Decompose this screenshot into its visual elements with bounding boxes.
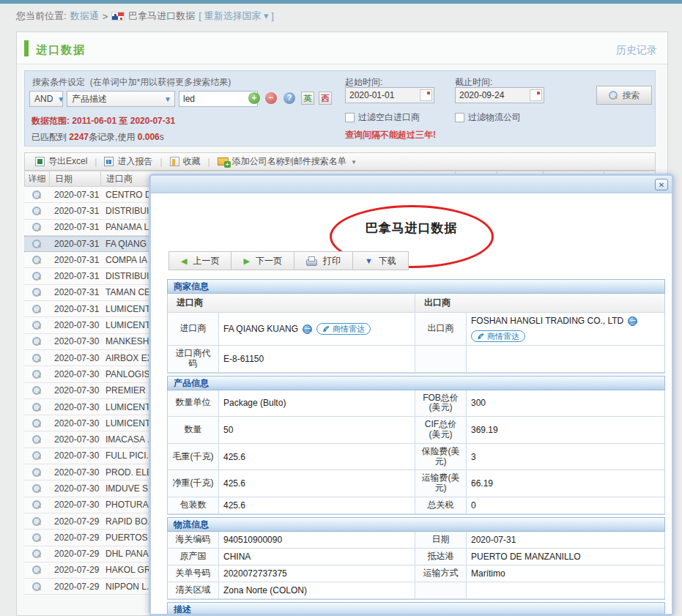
detail-magnifier-icon[interactable] [32, 484, 41, 493]
field-value: PUERTO DE MANZANILLO [467, 549, 664, 565]
history-link[interactable]: 历史记录 [616, 44, 657, 57]
boolean-operator-select[interactable]: AND▼ [29, 91, 63, 107]
download-button[interactable]: ▼ 下载 [353, 252, 408, 270]
detail-magnifier-icon[interactable] [32, 517, 41, 526]
export-excel-button[interactable]: 导出Excel [31, 155, 92, 168]
print-button[interactable]: 打印 [294, 252, 353, 270]
enter-report-button[interactable]: 进入报告 [100, 155, 157, 168]
filter-logistics-checkbox[interactable] [455, 113, 464, 122]
detail-magnifier-icon[interactable] [32, 337, 41, 346]
arrow-left-icon: ◀ [181, 256, 187, 266]
importer-value-cell: FA QIANG KUANG 商情雷达 [219, 313, 415, 346]
detail-magnifier-icon[interactable] [32, 549, 41, 558]
detail-magnifier-icon[interactable] [32, 190, 41, 199]
field-label: 原产国 [168, 549, 219, 565]
page-title: 进口数据 [36, 43, 86, 57]
field-value: 50 [219, 417, 415, 444]
field-value: 300 [467, 390, 664, 418]
detail-magnifier-icon[interactable] [32, 354, 41, 363]
field-value: 425.6 [219, 497, 415, 514]
exporter-name: FOSHAN HANGLI TRADING CO., LTD [471, 316, 623, 326]
importer-code-label: 进口商代码 [168, 346, 219, 373]
product-row: 包装数 425.6 总关税 0 [168, 497, 664, 514]
add-condition-button[interactable]: + [248, 92, 260, 104]
detail-magnifier-icon[interactable] [32, 419, 41, 428]
detail-magnifier-icon[interactable] [32, 565, 41, 574]
field-label: 抵达港 [415, 549, 467, 565]
prev-page-button[interactable]: ◀ 上一页 [169, 252, 231, 270]
breadcrumb-portal-link[interactable]: 数据通 [70, 10, 99, 23]
field-label: FOB总价(美元) [415, 390, 467, 418]
detail-magnifier-icon[interactable] [32, 272, 41, 281]
row-date: 2020-07-30 [49, 353, 100, 363]
lang-spanish-button[interactable]: 西 [319, 92, 332, 105]
detail-magnifier-icon[interactable] [32, 533, 41, 542]
globe-icon[interactable] [628, 316, 637, 326]
logistics-row: 海关编码 940510900090 日期 2020-07-31 [168, 532, 664, 549]
reselect-country-link[interactable]: [ 重新选择国家 ▾ ] [199, 10, 274, 23]
lang-english-button[interactable]: 英 [301, 92, 314, 105]
logistics-table: 海关编码 940510900090 日期 2020-07-31 原产国 CHIN… [167, 532, 665, 600]
add-mail-list-button[interactable]: 添加公司名称到邮件搜索名单 ▾ [213, 155, 360, 168]
detail-magnifier-icon[interactable] [32, 321, 41, 330]
logistics-row: 关单号码 2020072737375 运输方式 Marítimo [168, 565, 664, 582]
field-label: 运输费(美元) [415, 470, 467, 497]
excel-icon [35, 157, 45, 166]
field-value: 425.6 [219, 444, 415, 471]
next-page-button[interactable]: ▶ 下一页 [231, 252, 294, 270]
importer-name: FA QIANG KUANG [223, 324, 298, 334]
business-radar-badge[interactable]: 商情雷达 [471, 330, 525, 342]
detail-magnifier-icon[interactable] [32, 370, 41, 379]
field-label: 数量 [168, 417, 219, 444]
detail-magnifier-icon[interactable] [32, 223, 41, 231]
search-field-select[interactable]: 产品描述▼ [67, 91, 175, 107]
column-header-detail[interactable]: 详细 [25, 171, 50, 186]
search-button[interactable]: 搜索 [596, 86, 652, 105]
date-range-warning: 查询间隔不能超过三年! [345, 129, 436, 141]
row-date: 2020-07-30 [49, 418, 100, 428]
field-value: Package (Bulto) [219, 390, 415, 418]
section-merchant-header: 商家信息 [167, 279, 665, 294]
detail-magnifier-icon[interactable] [32, 288, 41, 297]
detail-magnifier-icon[interactable] [32, 207, 41, 215]
field-value: 369.19 [467, 417, 664, 444]
empty-cell [415, 346, 467, 373]
calendar-icon[interactable] [530, 89, 542, 101]
panama-flag-icon [111, 12, 125, 21]
keyword-input[interactable] [179, 91, 258, 107]
row-date: 2020-07-31 [49, 239, 100, 249]
help-button[interactable]: ? [283, 92, 295, 104]
row-date: 2020-07-30 [49, 402, 100, 412]
detail-magnifier-icon[interactable] [32, 582, 41, 591]
filter-blank-importer-checkbox[interactable] [345, 113, 355, 122]
close-icon[interactable]: ✕ [655, 179, 668, 190]
calendar-icon[interactable] [420, 89, 432, 101]
chevron-down-icon: ▼ [160, 95, 171, 103]
breadcrumb-separator: > [103, 11, 108, 22]
product-row: 数量单位 Package (Bulto) FOB总价(美元) 300 [168, 390, 664, 418]
match-result-text: 已匹配到 2247条记录,使用 0.006s [31, 131, 164, 144]
detail-magnifier-icon[interactable] [32, 435, 41, 444]
row-date: 2020-07-29 [49, 532, 100, 543]
logistics-row: 原产国 CHINA 抵达港 PUERTO DE MANZANILLO [168, 549, 664, 565]
detail-magnifier-icon[interactable] [32, 451, 41, 460]
detail-magnifier-icon[interactable] [32, 500, 41, 509]
field-label: 清关区域 [168, 582, 219, 599]
detail-magnifier-icon[interactable] [32, 240, 41, 248]
remove-condition-button[interactable]: − [265, 92, 277, 104]
product-row: 毛重(千克) 425.6 保险费(美元) 3 [168, 444, 664, 471]
business-radar-badge[interactable]: 商情雷达 [316, 323, 371, 335]
detail-magnifier-icon[interactable] [32, 403, 41, 412]
detail-magnifier-icon[interactable] [32, 256, 41, 264]
detail-magnifier-icon[interactable] [32, 468, 41, 477]
detail-magnifier-icon[interactable] [32, 386, 41, 395]
toolbar-separator: | [157, 157, 165, 167]
start-date-input[interactable]: 2020-01-01 [345, 87, 434, 103]
column-header-date[interactable]: 日期 [50, 171, 101, 186]
globe-icon[interactable] [303, 324, 312, 334]
favorite-button[interactable]: 收藏 [166, 155, 205, 168]
detail-magnifier-icon[interactable] [32, 305, 41, 313]
row-date: 2020-07-30 [49, 336, 100, 346]
end-date-input[interactable]: 2020-09-24 [455, 87, 544, 103]
section-logistics-header: 物流信息 [167, 517, 665, 532]
